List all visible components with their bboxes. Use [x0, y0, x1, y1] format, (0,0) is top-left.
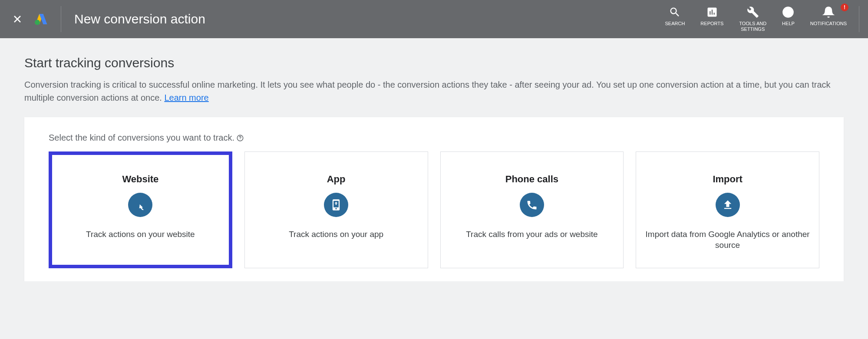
nav-search[interactable]: SEARCH	[665, 6, 685, 26]
app-header: New conversion action SEARCH REPORTS TOO…	[0, 0, 868, 38]
phone-icon	[324, 193, 348, 217]
option-import[interactable]: Import Import data from Google Analytics…	[636, 151, 819, 268]
help-icon	[782, 6, 794, 18]
option-desc: Track actions on your website	[86, 229, 195, 240]
help-tooltip-icon[interactable]	[236, 134, 244, 142]
option-title: Import	[713, 174, 742, 185]
description-text: Conversion tracking is critical to succe…	[24, 80, 831, 102]
cursor-click-icon	[128, 193, 152, 217]
nav-label: TOOLS AND SETTINGS	[739, 21, 766, 32]
option-website[interactable]: Website Track actions on your website	[49, 151, 232, 268]
card-prompt: Select the kind of conversions you want …	[49, 133, 819, 143]
nav-notifications[interactable]: ! NOTIFICATIONS	[810, 6, 847, 26]
nav-label: REPORTS	[700, 21, 723, 26]
conversion-type-card: Select the kind of conversions you want …	[24, 117, 844, 281]
option-title: App	[327, 174, 346, 185]
prompt-text: Select the kind of conversions you want …	[49, 133, 234, 143]
svg-point-6	[240, 139, 240, 140]
notifications-icon	[822, 6, 835, 18]
google-ads-logo	[35, 13, 48, 25]
option-title: Website	[122, 174, 158, 185]
upload-icon	[716, 193, 740, 217]
option-phone-calls[interactable]: Phone calls Track calls from your ads or…	[440, 151, 624, 268]
header-divider-right	[859, 6, 859, 32]
search-icon	[669, 6, 681, 18]
nav-tools[interactable]: TOOLS AND SETTINGS	[739, 6, 766, 32]
close-icon	[12, 14, 23, 24]
main-content: Start tracking conversions Conversion tr…	[0, 38, 868, 281]
notification-badge: !	[841, 3, 848, 11]
option-app[interactable]: App Track actions on your app	[244, 151, 428, 268]
nav-label: HELP	[782, 21, 795, 26]
logo-icon	[35, 13, 48, 25]
nav-label: NOTIFICATIONS	[810, 21, 847, 26]
option-desc: Import data from Google Analytics or ano…	[645, 229, 810, 250]
tools-icon	[747, 6, 759, 18]
header-nav: SEARCH REPORTS TOOLS AND SETTINGS HELP !…	[665, 6, 847, 32]
option-title: Phone calls	[505, 174, 558, 185]
section-description: Conversion tracking is critical to succe…	[24, 78, 844, 104]
nav-reports[interactable]: REPORTS	[700, 6, 723, 26]
page-title: New conversion action	[74, 12, 205, 26]
close-button[interactable]	[9, 10, 26, 28]
reports-icon	[706, 6, 718, 18]
learn-more-link[interactable]: Learn more	[164, 93, 208, 102]
nav-help[interactable]: HELP	[782, 6, 795, 26]
header-divider	[61, 6, 61, 32]
call-icon	[520, 193, 544, 217]
option-desc: Track actions on your app	[289, 229, 383, 240]
option-desc: Track calls from your ads or website	[466, 229, 597, 240]
section-heading: Start tracking conversions	[24, 56, 844, 70]
svg-point-4	[788, 14, 789, 15]
svg-point-2	[35, 20, 40, 25]
nav-label: SEARCH	[665, 21, 685, 26]
conversion-options: Website Track actions on your website Ap…	[49, 151, 819, 268]
